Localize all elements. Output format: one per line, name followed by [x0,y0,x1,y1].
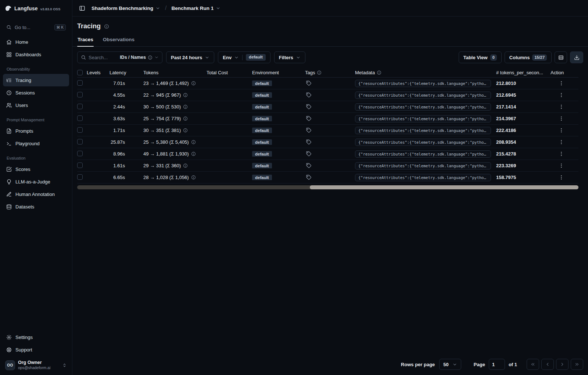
metadata-preview[interactable]: {"resourceAttributes":{"telemetry.sdk.la… [355,80,491,87]
row-checkbox[interactable] [77,104,83,109]
environment-badge: default [252,116,272,121]
row-actions-button[interactable] [557,79,565,88]
filters-button[interactable]: Filters [274,51,305,63]
table-row[interactable]: 2.44s 30 → 500 (Σ 530) default {"resourc… [77,101,578,113]
add-tag-button[interactable] [305,162,312,169]
column-header-environment[interactable]: Environment [252,70,305,75]
column-header-total-cost[interactable]: Total Cost [207,70,252,75]
sidebar-item-llm-as-a-judge[interactable]: LLM-as-a-Judge [3,175,69,188]
row-checkbox[interactable] [77,151,83,156]
previous-page-button[interactable] [541,359,554,370]
sidebar-item-playground[interactable]: Playground [3,137,69,150]
row-actions-button[interactable] [557,138,565,146]
scrollbar-thumb[interactable] [310,185,578,189]
search-input[interactable] [89,55,111,60]
clock-icon [6,90,12,96]
row-actions-button[interactable] [557,174,565,182]
column-header-levels[interactable]: Levels [87,70,110,75]
metadata-preview[interactable]: {"resourceAttributes":{"telemetry.sdk.la… [355,127,491,134]
row-actions-button[interactable] [557,126,565,135]
page-title: Tracing [77,22,101,30]
add-tag-button[interactable] [305,174,312,181]
user-menu[interactable]: OO Org Owner ops@shadeform.ai [4,360,68,371]
table-row[interactable]: 4.55s 22 → 945 (Σ 967) default {"resourc… [77,89,578,101]
row-checkbox[interactable] [77,139,83,144]
tab-traces[interactable]: Traces [77,35,94,46]
metadata-preview[interactable]: {"resourceAttributes":{"telemetry.sdk.la… [355,150,491,158]
sidebar-item-tracing[interactable]: Tracing [3,74,69,86]
table-row[interactable]: 7.01s 23 → 1,469 (Σ 1,492) default {"res… [77,78,578,89]
table-row[interactable]: 6.65s 28 → 1,028 (Σ 1,056) default {"res… [77,172,578,183]
cell-action [551,150,573,158]
row-checkbox[interactable] [77,162,83,168]
row-height-button[interactable] [555,51,567,63]
cell-tokens-per-second: 223.3269 [496,163,551,168]
row-checkbox[interactable] [77,127,83,133]
column-header-tokens-per-second[interactable]: # tokens_per_secon... [496,70,551,75]
table-row[interactable]: 25.87s 25 → 5,380 (Σ 5,405) default {"re… [77,136,578,148]
sidebar-item-human-annotation[interactable]: Human Annotation [3,188,69,200]
table-row[interactable]: 3.63s 25 → 754 (Σ 779) default {"resourc… [77,113,578,125]
page-number-input[interactable] [489,359,505,370]
metadata-preview[interactable]: {"resourceAttributes":{"telemetry.sdk.la… [355,92,491,99]
columns-button[interactable]: Columns 15/27 [505,51,552,63]
column-header-latency[interactable]: Latency [110,70,143,75]
horizontal-scrollbar[interactable] [77,185,578,189]
column-header-metadata[interactable]: Metadata [355,70,496,75]
cell-action [551,79,573,88]
export-button[interactable] [570,51,583,63]
kebab-menu-icon [559,104,564,110]
column-header-tokens[interactable]: Tokens [143,70,207,75]
row-checkbox[interactable] [77,174,83,180]
table-row[interactable]: 1.71s 30 → 351 (Σ 381) default {"resourc… [77,125,578,136]
row-checkbox[interactable] [77,92,83,97]
sidebar-toggle-button[interactable] [77,3,87,13]
metadata-preview[interactable]: {"resourceAttributes":{"telemetry.sdk.la… [355,103,491,111]
add-tag-button[interactable] [305,150,312,158]
env-filter-button[interactable]: Env default [218,51,270,63]
add-tag-button[interactable] [305,115,312,122]
project-breadcrumb[interactable]: Benchmark Run 1 [172,6,221,11]
sidebar-item-users[interactable]: Users [3,99,69,111]
goto-search[interactable]: Go to... ⌘ K [3,21,69,33]
add-tag-button[interactable] [305,80,312,87]
sidebar-item-prompts[interactable]: Prompts [3,125,69,137]
sidebar-item-support[interactable]: Support [3,343,69,356]
row-actions-button[interactable] [557,150,565,158]
row-checkbox[interactable] [77,80,83,86]
add-tag-button[interactable] [305,103,312,111]
next-page-button[interactable] [556,359,569,370]
row-actions-button[interactable] [557,115,565,123]
metadata-preview[interactable]: {"resourceAttributes":{"telemetry.sdk.la… [355,139,491,146]
add-tag-button[interactable] [305,139,312,146]
table-row[interactable]: 8.96s 49 → 1,881 (Σ 1,930) default {"res… [77,148,578,160]
metadata-preview[interactable]: {"resourceAttributes":{"telemetry.sdk.la… [355,174,491,181]
row-checkbox[interactable] [77,115,83,121]
add-tag-button[interactable] [305,127,312,134]
search-box[interactable]: IDs / Names [77,51,162,63]
select-all-checkbox[interactable] [77,70,83,75]
sidebar-item-home[interactable]: Home [3,36,69,48]
metadata-preview[interactable]: {"resourceAttributes":{"telemetry.sdk.la… [355,115,491,122]
org-breadcrumb[interactable]: Shadeform Benchmarking [92,6,160,11]
sidebar-item-dashboards[interactable]: Dashboards [3,48,69,61]
environment-badge: default [252,128,272,133]
sidebar-item-settings[interactable]: Settings [3,331,69,343]
sidebar-item-sessions[interactable]: Sessions [3,86,69,99]
metadata-preview[interactable]: {"resourceAttributes":{"telemetry.sdk.la… [355,162,491,169]
time-range-button[interactable]: Past 24 hours [166,51,214,63]
sidebar-item-scores[interactable]: Scores [3,163,69,175]
column-header-tags[interactable]: Tags [305,70,355,75]
row-actions-button[interactable] [557,162,565,170]
first-page-button[interactable] [527,359,539,370]
sidebar-item-datasets[interactable]: Datasets [3,200,69,213]
row-actions-button[interactable] [557,91,565,99]
tab-observations[interactable]: Observations [103,35,135,46]
row-actions-button[interactable] [557,103,565,111]
table-row[interactable]: 1.61s 29 → 331 (Σ 360) default {"resourc… [77,160,578,172]
search-mode-dropdown[interactable]: IDs / Names [120,55,159,60]
add-tag-button[interactable] [305,92,312,99]
rows-per-page-select[interactable]: 50 [439,359,461,370]
table-view-button[interactable]: Table View 0 [459,51,502,63]
last-page-button[interactable] [571,359,583,370]
